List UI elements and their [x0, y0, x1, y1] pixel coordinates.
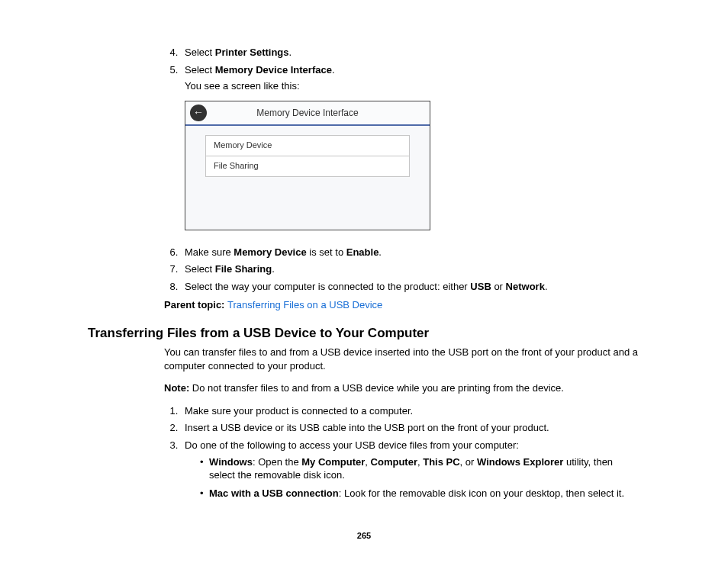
document-page: Select Printer Settings. Select Memory D… [0, 0, 728, 563]
text: . [545, 281, 548, 292]
step-8: Select the way your computer is connecte… [181, 280, 640, 294]
t: : Look for the removable disk icon on yo… [339, 487, 624, 499]
note-label: Note: [164, 382, 192, 394]
b: Windows [209, 456, 253, 468]
page-number: 265 [0, 531, 728, 540]
bstep-2: Insert a USB device or its USB cable int… [181, 421, 640, 435]
note-paragraph: Note: Do not transfer files to and from … [164, 381, 640, 395]
bold-text: Memory Device [234, 246, 306, 258]
text: Select [185, 64, 215, 76]
bullet-windows: Windows: Open the My Computer, Computer,… [200, 455, 640, 482]
b: My Computer [301, 456, 365, 468]
menu-row-memory-device[interactable]: Memory Device [205, 135, 410, 156]
screenshot-body: Memory Device File Sharing [185, 126, 430, 230]
b: This PC [423, 456, 459, 468]
back-arrow: ← [193, 105, 204, 120]
text: Select the way your computer is connecte… [185, 281, 470, 292]
row-label: File Sharing [214, 160, 259, 172]
t: , [365, 456, 370, 468]
bold-text: File Sharing [215, 263, 272, 275]
text: . [289, 47, 292, 58]
device-screenshot: ← Memory Device Interface Memory Device … [185, 101, 430, 230]
text: Make sure [185, 246, 234, 258]
ordered-list-top: Select Printer Settings. Select Memory D… [164, 46, 640, 293]
text: is set to [307, 246, 346, 258]
text: or [491, 281, 506, 292]
text: Do one of the following to access your U… [185, 439, 519, 451]
bold-text: Network [506, 281, 545, 292]
text: . [332, 64, 335, 76]
intro-paragraph: You can transfer files to and from a USB… [164, 346, 640, 372]
bullet-mac: Mac with a USB connection: Look for the … [200, 487, 640, 500]
t: , or [460, 456, 477, 468]
bold-text: Memory Device Interface [215, 64, 332, 76]
parent-topic: Parent topic: Transferring Files on a US… [164, 299, 640, 310]
menu-row-file-sharing[interactable]: File Sharing [205, 156, 410, 177]
step-7: Select File Sharing. [181, 262, 640, 276]
screenshot-title: Memory Device Interface [207, 107, 430, 119]
bold-text: Enable [346, 246, 379, 258]
b: Computer [371, 456, 417, 468]
step-4: Select Printer Settings. [181, 46, 640, 60]
section-heading: Transferring Files from a USB Device to … [88, 326, 640, 341]
text: Select [185, 263, 215, 275]
text: . [272, 263, 275, 275]
parent-link[interactable]: Transferring Files on a USB Device [227, 299, 382, 310]
content-block-1: Select Printer Settings. Select Memory D… [164, 46, 640, 310]
ordered-list-bottom: Make sure your product is connected to a… [164, 404, 640, 500]
content-block-2: You can transfer files to and from a USB… [164, 346, 640, 500]
back-icon[interactable]: ← [190, 105, 207, 121]
step-5-note: You see a screen like this: [185, 79, 640, 93]
parent-label: Parent topic: [164, 299, 227, 310]
text: Select [185, 47, 215, 58]
bold-text: USB [470, 281, 491, 292]
b: Mac with a USB connection [209, 487, 339, 499]
bstep-3: Do one of the following to access your U… [181, 439, 640, 500]
text: . [378, 246, 382, 258]
note-text: Do not transfer files to and from a USB … [192, 382, 564, 394]
bullet-list: Windows: Open the My Computer, Computer,… [185, 455, 640, 500]
b: Windows Explorer [477, 456, 563, 468]
bold-text: Printer Settings [215, 47, 289, 58]
screenshot-titlebar: ← Memory Device Interface [185, 101, 430, 126]
step-5: Select Memory Device Interface. You see … [181, 63, 640, 230]
t: : Open the [253, 456, 301, 468]
row-label: Memory Device [214, 140, 272, 151]
bstep-1: Make sure your product is connected to a… [181, 404, 640, 418]
step-6: Make sure Memory Device is set to Enable… [181, 246, 640, 259]
